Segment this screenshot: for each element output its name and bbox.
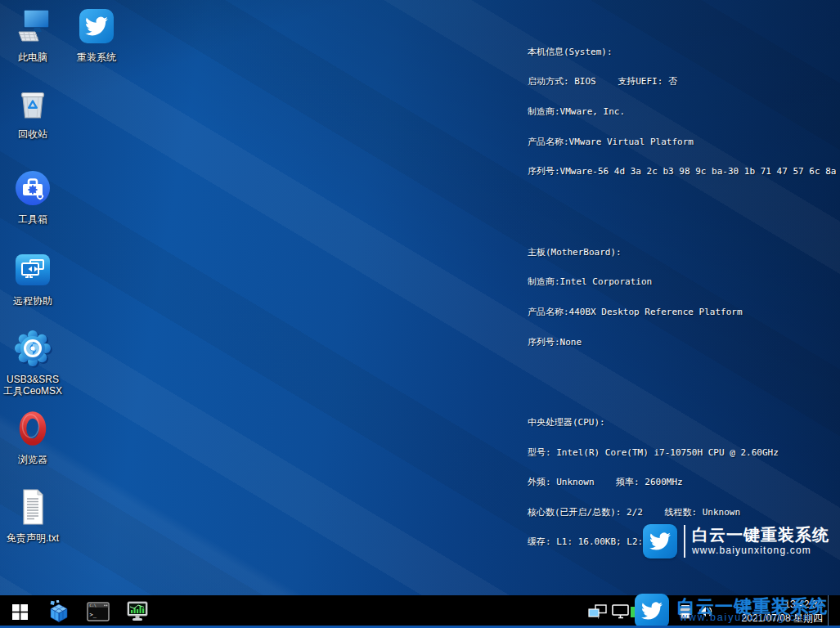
command-prompt-icon: C:\ >_ [87, 602, 110, 621]
desktop-icon-usb3-srs-tool[interactable]: USB3&SRS工具CeoMSX [2, 329, 64, 397]
desktop-icon-this-pc[interactable]: 此电脑 [2, 7, 64, 63]
watermark-url: www.baiyunxitong.com [692, 545, 829, 557]
desktop-icon-browser[interactable]: 浏览器 [2, 409, 64, 465]
desktop-icon-reinstall-system[interactable]: 重装系统 [65, 7, 128, 63]
taskbar-app-registry-cube[interactable] [39, 595, 79, 628]
opera-browser-icon [13, 409, 52, 448]
start-button[interactable] [0, 595, 39, 628]
overlay-watermark-title: 白云一键重装系统 [677, 594, 828, 619]
bird-icon [649, 531, 672, 552]
reinstall-bird-icon [77, 7, 116, 46]
desktop-icon-recycle-bin[interactable]: 回收站 [2, 83, 64, 140]
watermark-divider [684, 525, 685, 558]
system-info-system-block: 本机信息(System): 启动方式: BIOS 支持UEFI: 否 制造商:V… [528, 27, 838, 196]
svg-text:>_: >_ [90, 612, 97, 618]
recycle-bin-icon [13, 83, 52, 123]
text-file-icon [13, 487, 52, 527]
desktop-icon-label: 此电脑 [2, 52, 64, 63]
desktop-icon-disclaimer-txt[interactable]: 免责声明.txt [2, 487, 64, 544]
svg-text:C:\: C:\ [90, 603, 97, 608]
desktop-icon-label: 重装系统 [65, 52, 128, 63]
tray-network-computers-icon[interactable] [587, 603, 609, 620]
brand-watermark: 白云一键重装系统 www.baiyunxitong.com [643, 524, 829, 558]
this-pc-icon [13, 7, 52, 46]
bird-icon [640, 600, 663, 621]
toolbox-icon [13, 168, 52, 208]
desktop-icon-label: USB3&SRS工具CeoMSX [2, 374, 64, 397]
desktop-icon-toolbox[interactable]: 工具箱 [2, 168, 64, 225]
system-info-motherboard-block: 主板(MotherBoard): 制造商:Intel Corporation 产… [528, 227, 838, 367]
remote-assist-icon [13, 250, 52, 289]
desktop-screen: 此电脑 重装系统 回收站 工 [0, 0, 840, 628]
watermark-title: 白云一键重装系统 [692, 526, 829, 545]
windows-logo-icon [12, 604, 28, 620]
show-desktop-button[interactable] [828, 595, 840, 628]
desktop-icon-label: 回收站 [2, 128, 64, 140]
taskbar-app-task-manager[interactable] [118, 595, 157, 628]
desktop-icon-label: 免责声明.txt [2, 532, 64, 544]
performance-monitor-icon [125, 600, 150, 623]
brand-bird-logo [643, 524, 677, 558]
desktop-icon-label: 浏览器 [2, 454, 64, 465]
usb3-srs-gear-icon [13, 329, 52, 368]
desktop-icon-label: 远程协助 [2, 295, 64, 307]
desktop-icon-label: 工具箱 [2, 213, 64, 225]
desktop-icon-remote-assist[interactable]: 远程协助 [2, 250, 64, 307]
overlay-bird-logo[interactable] [635, 594, 669, 628]
tray-display-icon[interactable] [610, 603, 631, 620]
blue-cube-icon [47, 600, 70, 623]
taskbar-app-cmd[interactable]: C:\ >_ [79, 595, 118, 628]
